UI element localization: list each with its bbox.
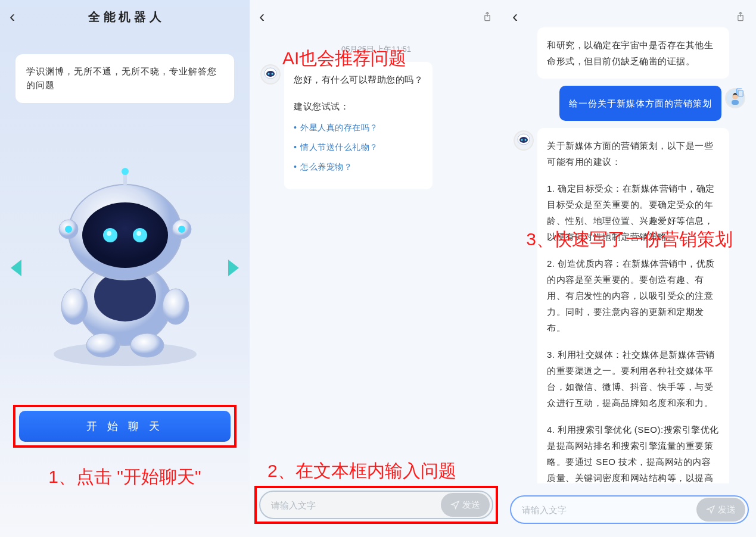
copy-icon[interactable] xyxy=(735,87,745,98)
send-icon xyxy=(706,505,715,514)
message-input[interactable] xyxy=(511,505,694,515)
send-button[interactable]: 发送 xyxy=(441,493,490,517)
intro-card: 学识渊博，无所不通，无所不晓，专业解答您的问题 xyxy=(15,54,234,103)
svg-point-10 xyxy=(107,231,111,236)
suggestion-link[interactable]: 怎么养宠物？ xyxy=(294,160,423,174)
suggestion-link[interactable]: 情人节送什么礼物？ xyxy=(294,140,423,155)
annotation-1: 1、点击 "开始聊天" xyxy=(0,465,250,489)
chat-screen-reply: ‹ 和研究，以确定在宇宙中是否存在其他生命形式，但目前仍缺乏确凿的证据。 给一份… xyxy=(503,0,756,537)
reply-item: 4. 利用搜索引擎优化 (SEO):搜索引擎优化是提高网站排名和搜索引擎流量的重… xyxy=(547,422,720,483)
bot-reply-bubble: 关于新媒体方面的营销策划，以下是一些可能有用的建议： 1. 确定目标受众：在新媒… xyxy=(537,128,729,483)
bot-bubble-fragment: 和研究，以确定在宇宙中是否存在其他生命形式，但目前仍缺乏确凿的证据。 xyxy=(537,27,729,79)
back-icon[interactable]: ‹ xyxy=(259,8,265,25)
user-message-row: 给一份关于新媒体方面的营销策划 xyxy=(510,86,749,121)
robot-image xyxy=(33,167,217,369)
robot-illustration xyxy=(0,155,250,381)
send-button[interactable]: 发送 xyxy=(696,498,745,522)
start-button-highlight: 开 始 聊 天 xyxy=(13,405,237,448)
user-bubble: 给一份关于新媒体方面的营销策划 xyxy=(559,86,721,121)
chat-screen-suggest: ‹ 05月25日 上午11:51 AI也会推荐问题 您好，有什么可以帮助您的吗？… xyxy=(250,0,503,537)
input-bar: 发送 xyxy=(510,495,749,524)
message-input[interactable] xyxy=(260,500,438,510)
svg-point-16 xyxy=(178,226,185,233)
svg-point-33 xyxy=(521,139,523,141)
reply-intro: 关于新媒体方面的营销策划，以下是一些可能有用的建议： xyxy=(547,138,720,170)
start-chat-button[interactable]: 开 始 聊 天 xyxy=(19,411,231,442)
intro-screen: ‹ 全 能 机 器 人 学识渊博，无所不通，无所不晓，专业解答您的问题 xyxy=(0,0,250,537)
annotation-top: AI也会推荐问题 xyxy=(282,46,406,71)
svg-point-12 xyxy=(136,231,141,236)
bot-avatar xyxy=(514,130,534,151)
svg-rect-29 xyxy=(732,100,739,105)
page-title: 全 能 机 器 人 xyxy=(0,9,250,25)
svg-point-18 xyxy=(122,168,129,175)
input-bar: 发送 xyxy=(259,491,493,519)
bot-message-row: 您好，有什么可以帮助您的吗？ 建议您试试： 外星人真的存在吗？ 情人节送什么礼物… xyxy=(257,62,496,189)
header: ‹ 全 能 机 器 人 xyxy=(0,0,250,33)
send-label: 发送 xyxy=(718,504,736,516)
svg-point-4 xyxy=(130,333,164,357)
reply-item: 3. 利用社交媒体：社交媒体是新媒体营销的重要渠道之一。要利用各种社交媒体平台，… xyxy=(547,346,720,411)
send-icon xyxy=(450,500,460,510)
input-bar-highlight: 发送 xyxy=(254,486,498,524)
share-icon[interactable] xyxy=(735,11,746,23)
svg-point-6 xyxy=(163,289,189,324)
bot-message-row: 关于新媒体方面的营销策划，以下是一些可能有用的建议： 1. 确定目标受众：在新媒… xyxy=(510,128,749,483)
svg-point-32 xyxy=(519,137,528,143)
reply-item: 2. 创造优质内容：在新媒体营销中，优质的内容是至关重要的。要创造有趣、有用、有… xyxy=(547,255,720,336)
suggestion-link[interactable]: 外星人真的存在吗？ xyxy=(294,120,423,135)
prev-arrow-icon[interactable] xyxy=(11,260,21,276)
share-icon[interactable] xyxy=(481,11,493,23)
header: ‹ xyxy=(250,0,503,33)
svg-point-24 xyxy=(272,73,273,75)
svg-point-22 xyxy=(266,71,275,77)
send-label: 发送 xyxy=(462,499,480,511)
bot-bubble: 您好，有什么可以帮助您的吗？ 建议您试试： 外星人真的存在吗？ 情人节送什么礼物… xyxy=(284,62,433,189)
back-icon[interactable]: ‹ xyxy=(512,8,518,25)
suggest-title: 建议您试试： xyxy=(294,98,423,114)
svg-point-8 xyxy=(82,202,168,268)
greeting-text: 您好，有什么可以帮助您的吗？ xyxy=(294,71,423,88)
annotation-3: 3、快速写了一份营销策划 xyxy=(503,227,756,252)
input-bar-wrap: 发送 xyxy=(510,495,749,524)
svg-point-3 xyxy=(86,333,120,357)
svg-point-23 xyxy=(268,73,270,75)
bot-avatar xyxy=(260,64,281,85)
svg-rect-26 xyxy=(738,90,743,96)
svg-point-34 xyxy=(525,139,527,141)
svg-point-5 xyxy=(61,289,88,324)
annotation-2: 2、在文本框内输入问题 xyxy=(267,459,503,483)
bot-message-row: 和研究，以确定在宇宙中是否存在其他生命形式，但目前仍缺乏确凿的证据。 xyxy=(510,27,749,79)
back-icon[interactable]: ‹ xyxy=(10,8,15,25)
svg-point-14 xyxy=(65,226,72,233)
next-arrow-icon[interactable] xyxy=(228,260,239,276)
